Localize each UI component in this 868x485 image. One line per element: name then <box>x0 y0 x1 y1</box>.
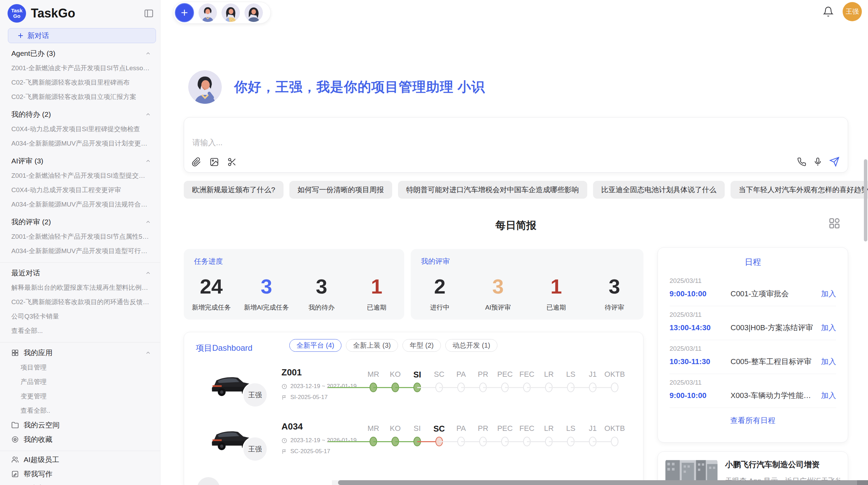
section-header-ai-review[interactable]: AI评审 (3) <box>0 153 160 169</box>
list-item[interactable]: C0X4-动力总成开发项目工程变更评审 <box>0 183 160 197</box>
chevron-up-icon[interactable] <box>145 219 151 225</box>
sidebar-collapse-icon[interactable] <box>144 8 154 18</box>
section-header-recent-chats[interactable]: 最近对话 <box>0 265 160 281</box>
milestone: J1 <box>582 370 604 395</box>
list-item[interactable]: A034-全新新能源MUV产品开发项目造型可行性评审 <box>0 244 160 258</box>
avatar[interactable] <box>244 3 263 22</box>
milestone: FEC <box>516 370 538 395</box>
avatar[interactable] <box>221 3 240 22</box>
attachment-icon[interactable] <box>192 157 201 167</box>
section-title: 我的评审 (2) <box>11 217 51 227</box>
milestone-label: PA <box>456 424 466 434</box>
sidebar-item-creative-draw[interactable]: 创意制图 <box>0 481 160 485</box>
phone-icon[interactable] <box>797 157 806 166</box>
suggestion-chip[interactable]: 如何写一份清晰的项目周报 <box>289 181 392 199</box>
suggestion-chip[interactable]: 当下年轻人对汽车外观有怎样的喜好趋势 <box>731 181 868 199</box>
stat-label: 已逾期 <box>546 303 566 312</box>
chat-input[interactable] <box>192 137 707 152</box>
suggestion-chip[interactable]: 比亚迪全固态电池计划具体说了什么 <box>593 181 725 199</box>
avatar[interactable] <box>198 3 217 22</box>
vertical-scrollbar-thumb[interactable] <box>864 159 867 241</box>
milestone-label: J1 <box>589 370 596 380</box>
list-item[interactable]: C02-飞腾新能源轻客改款项目里程碑画布 <box>0 75 160 90</box>
project-row[interactable]: 王强 A034 2023-12-19 ~ 2026-01-19 SC-2025-… <box>184 419 643 474</box>
image-icon[interactable] <box>209 157 219 167</box>
star-badge-icon <box>11 436 19 443</box>
milestone: SI <box>406 370 428 395</box>
view-all-schedule-link[interactable]: 查看所有日程 <box>670 408 836 433</box>
folder-icon <box>11 421 19 429</box>
plus-icon <box>17 32 24 39</box>
list-item[interactable]: A034-全新新能源MUV产品开发项目计划变更表编写 <box>0 136 160 151</box>
list-item[interactable]: 公司Q3轻卡销量 <box>0 309 160 324</box>
tab-new-body[interactable]: 全新上装 (3) <box>346 339 398 352</box>
section-header-my-todo[interactable]: 我的待办 (2) <box>0 107 160 122</box>
chevron-up-icon[interactable] <box>145 111 151 117</box>
list-item[interactable]: Z001-全新燃油皮卡产品开发项目SI节点Lesson Learn报告 <box>0 61 160 75</box>
notification-bell-icon[interactable] <box>823 6 834 17</box>
join-link[interactable]: 加入 <box>821 390 836 401</box>
suggestion-chip[interactable]: 特朗普可能对进口汽车增税会对中国车企造成哪些影响 <box>398 181 587 199</box>
list-item[interactable]: A034-全新新能源MUV产品开发项目法规符合性评审 <box>0 197 160 212</box>
sidebar-item-project-mgmt[interactable]: 项目管理 <box>0 360 160 375</box>
section-title: AI评审 (3) <box>11 156 43 166</box>
list-item[interactable]: C02-飞腾新能源轻客改款项目立项汇报方案 <box>0 90 160 104</box>
stat-value: 1 <box>551 276 562 297</box>
list-item[interactable]: Z001-全新燃油轻卡产品开发项目SI节点属性5D文件评审 <box>0 229 160 244</box>
news-title: 小鹏飞行汽车制造公司增资 <box>725 459 840 470</box>
sidebar-item-label: AI超级员工 <box>24 455 59 464</box>
tab-new-platform[interactable]: 全新平台 (4) <box>289 339 341 352</box>
event-time: 13:00-14:30 <box>670 323 731 332</box>
scissors-icon[interactable] <box>227 157 237 167</box>
chat-composer <box>184 117 848 173</box>
list-item[interactable]: 解释最新出台的欧盟报废车法规再生塑料比例被调至15%... <box>0 281 160 295</box>
tab-powertrain[interactable]: 动总开发 (1) <box>445 339 497 352</box>
project-owner-badge: 王强 <box>242 382 268 408</box>
project-node: SI-2025-05-17 <box>290 394 328 401</box>
section-title: 我的待办 (2) <box>11 110 51 119</box>
list-item[interactable]: C02-飞腾新能源轻客改款项目的闭环通告反馈情况 <box>0 295 160 309</box>
chevron-up-icon[interactable] <box>145 50 151 57</box>
section-header-agent-done[interactable]: Agent已办 (3) <box>0 46 160 61</box>
milestone: OKTB <box>604 370 626 395</box>
sidebar-item-favorites[interactable]: 我的收藏 <box>0 432 160 447</box>
sidebar-item-change-mgmt[interactable]: 变更管理 <box>0 389 160 403</box>
list-item[interactable]: C0X4-动力总成开发项目SI里程碑提交物检查 <box>0 122 160 136</box>
milestone: PR <box>472 424 494 449</box>
scrollbar-corner[interactable] <box>857 480 868 485</box>
chevron-up-icon[interactable] <box>145 350 151 356</box>
microphone-icon[interactable] <box>813 157 822 166</box>
new-chat-button[interactable]: 新对话 <box>8 28 156 43</box>
join-link[interactable]: 加入 <box>821 323 836 333</box>
section-header-my-apps[interactable]: 我的应用 <box>0 345 160 360</box>
stat: 1 已逾期 <box>349 269 404 320</box>
milestone: LS <box>560 370 582 395</box>
milestone: MR <box>362 370 384 395</box>
stat-label: 新增完成任务 <box>192 303 231 312</box>
tab-year-model[interactable]: 年型 (2) <box>402 339 441 352</box>
join-link[interactable]: 加入 <box>821 357 836 367</box>
section-header-my-review[interactable]: 我的评审 (2) <box>0 214 160 229</box>
divider <box>0 262 160 263</box>
join-link[interactable]: 加入 <box>821 289 836 299</box>
horizontal-scrollbar-thumb[interactable] <box>338 480 868 485</box>
project-row[interactable]: 王强 Z001 2023-12-19 ~ 2027-01-19 SI-2025-… <box>184 365 643 420</box>
sidebar-item-help-write[interactable]: 帮我写作 <box>0 467 160 481</box>
chevron-up-icon[interactable] <box>145 270 151 276</box>
stat: 3 AI预评审 <box>469 269 527 320</box>
sidebar-item-cloud-space[interactable]: 我的云空间 <box>0 418 160 432</box>
horizontal-scrollbar[interactable] <box>332 480 868 485</box>
sidebar-item-ai-employee[interactable]: AI超级员工 <box>0 452 160 467</box>
user-avatar[interactable]: 王强 <box>843 2 862 21</box>
app-logo: Task Go <box>8 4 26 23</box>
view-all-chats-link[interactable]: 查看全部... <box>0 324 160 338</box>
view-all-apps-link[interactable]: 查看全部.. <box>0 403 160 418</box>
suggestion-chip[interactable]: 欧洲新规最近颁布了什么? <box>184 181 284 199</box>
sidebar-item-product-mgmt[interactable]: 产品管理 <box>0 375 160 389</box>
list-item[interactable]: Z001-全新燃油轻卡产品开发项目SI造型提交物评审 <box>0 169 160 183</box>
add-agent-button[interactable] <box>175 3 194 22</box>
milestone: PEC <box>494 424 516 449</box>
send-icon[interactable] <box>829 157 840 167</box>
layout-grid-icon[interactable] <box>828 216 841 230</box>
chevron-up-icon[interactable] <box>145 158 151 164</box>
